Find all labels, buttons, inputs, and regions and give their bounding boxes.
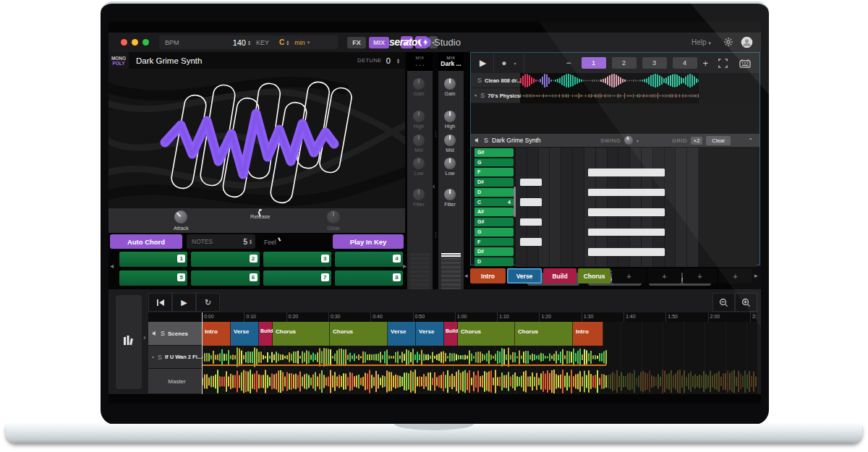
tabs-next-arrow[interactable]: ▸ — [754, 272, 758, 279]
bpm-control[interactable]: BPM 140 ▴▾ — [159, 35, 256, 49]
clip-waveform[interactable] — [520, 73, 699, 88]
solo-button[interactable]: S — [480, 92, 485, 99]
play-in-key-button[interactable]: Play In Key — [333, 234, 404, 249]
pad-6[interactable]: 6 — [191, 270, 259, 286]
collapse-pattern-chevron[interactable]: ⌃ — [748, 137, 753, 144]
midi-note[interactable] — [588, 169, 665, 176]
drum-machine-icon[interactable] — [739, 59, 751, 68]
glide-knob[interactable]: Glide — [327, 210, 340, 231]
notes-control[interactable]: NOTES 5 ▴▾ — [187, 234, 255, 249]
piano-key-Gs[interactable]: G# — [475, 218, 514, 226]
mute-speaker-icon[interactable] — [475, 93, 477, 98]
mixer-knob-low[interactable]: Low — [413, 158, 425, 176]
piano-key-D[interactable]: D — [475, 257, 514, 266]
mixer-knob-filter[interactable]: Filter — [444, 189, 456, 207]
playhead[interactable] — [202, 312, 203, 394]
piano-roll-scrollbar[interactable] — [514, 187, 516, 217]
pad-4[interactable]: 4 — [335, 252, 403, 267]
midi-note[interactable] — [520, 218, 542, 226]
piano-key-Ds[interactable]: D# — [475, 247, 514, 256]
key-stepper[interactable]: ▴▾ — [286, 40, 289, 46]
scene-tab-add[interactable]: + — [718, 268, 752, 283]
scene-tab-add[interactable]: + — [683, 268, 717, 283]
scene-clip-chorus[interactable]: Chorus — [515, 322, 573, 346]
swing-caret[interactable]: ▾ — [637, 138, 639, 143]
zoom-in-button[interactable] — [735, 293, 757, 312]
tabs-prev-arrow[interactable]: ◂ — [464, 272, 468, 279]
mixer-knob-low[interactable]: Low — [444, 158, 456, 176]
clip-waveform[interactable] — [520, 88, 699, 103]
attack-knob[interactable]: Attack — [174, 210, 189, 231]
midi-note[interactable] — [520, 198, 542, 206]
scene-clip-verse[interactable]: Verse — [416, 322, 444, 346]
pad-5[interactable]: 5 — [119, 270, 187, 286]
library-sidebar[interactable] — [116, 295, 142, 389]
solo-button[interactable]: S — [161, 330, 165, 337]
fx-button[interactable]: FX — [347, 37, 366, 48]
auto-chord-button[interactable]: Auto Chord — [110, 234, 182, 249]
scene-tab-Intro[interactable]: Intro — [470, 268, 506, 283]
play-button[interactable]: ▶ — [172, 293, 196, 312]
notes-stepper[interactable]: ▴▾ — [250, 239, 252, 244]
scene-clip-verse[interactable]: Verse — [231, 322, 259, 346]
mute-speaker-icon[interactable] — [475, 137, 480, 143]
pad-3[interactable]: 3 — [263, 252, 331, 267]
solo-button[interactable]: S — [158, 354, 162, 361]
bpm-value[interactable]: 140 — [233, 38, 246, 47]
master-lane[interactable] — [202, 369, 757, 394]
scenes-lane[interactable]: IntroVerseBuildChorusChorusVerseVerseBui… — [202, 322, 757, 346]
loop-button[interactable]: ↻ — [196, 293, 220, 312]
solo-button[interactable]: S — [484, 137, 488, 144]
mono-poly-toggle[interactable]: MONO POLY — [109, 52, 129, 69]
bar-button-3[interactable]: 3 — [642, 57, 667, 69]
scene-clip-verse[interactable]: Verse — [388, 322, 416, 346]
midi-note[interactable] — [520, 179, 542, 187]
piano-key-D[interactable]: D — [475, 188, 514, 197]
mixer-knob-mid[interactable]: Mid — [444, 135, 456, 153]
midi-note[interactable] — [520, 238, 542, 246]
piano-key-Ds[interactable]: D# — [475, 178, 514, 187]
scene-tab-Chorus[interactable]: Chorus — [578, 268, 610, 283]
key-control[interactable]: KEY C ▴▾ min ▾ — [250, 35, 338, 49]
fullscreen-icon[interactable] — [718, 59, 728, 68]
detune-value[interactable]: 0 — [386, 56, 391, 65]
mute-speaker-icon[interactable] — [152, 354, 155, 360]
skip-to-start-button[interactable] — [148, 293, 172, 312]
automation-line[interactable] — [202, 364, 606, 366]
midi-note[interactable] — [588, 208, 665, 216]
release-knob[interactable]: Release — [250, 209, 271, 220]
key-value[interactable]: C — [279, 38, 284, 46]
bar-button-4[interactable]: 4 — [673, 57, 697, 69]
pattern-play-button[interactable]: ▶ — [480, 58, 486, 68]
scene-clip-chorus[interactable]: Chorus — [330, 322, 388, 346]
piano-key-F[interactable]: F — [475, 238, 514, 247]
mixer-knob-high[interactable]: High — [413, 111, 425, 129]
mixer-knob-mid[interactable]: Mid — [413, 135, 425, 153]
swing-knob[interactable] — [624, 136, 633, 145]
add-bar-button[interactable]: + — [703, 58, 709, 69]
mixer-knob-high[interactable]: High — [444, 111, 456, 129]
solo-button[interactable]: S — [477, 77, 482, 84]
timeline-track-audio[interactable]: S If U Wan 2 Fi... — [148, 346, 202, 369]
mono-option[interactable]: MONO — [111, 56, 126, 61]
pad-1[interactable]: 1 — [119, 252, 187, 267]
mixer-knob-gain[interactable]: Gain — [413, 78, 425, 96]
piano-key-As[interactable]: A# — [475, 208, 514, 216]
scene-clip-build[interactable]: Build — [259, 322, 273, 346]
pad-7[interactable]: 7 — [263, 270, 331, 286]
clear-button[interactable]: Clear — [706, 136, 731, 145]
piano-key-G[interactable]: G — [475, 228, 514, 236]
piano-roll-grid[interactable] — [516, 148, 699, 267]
midi-note[interactable] — [588, 229, 665, 236]
piano-key-G[interactable]: G — [475, 158, 514, 167]
midi-note[interactable] — [588, 189, 665, 197]
midi-note[interactable] — [588, 248, 665, 256]
help-menu[interactable]: Help ▾ — [692, 38, 711, 46]
audio-lane[interactable] — [202, 346, 757, 369]
notes-value[interactable]: 5 — [243, 238, 247, 246]
scene-clip-chorus[interactable]: Chorus — [458, 322, 515, 346]
mixer-knob-gain[interactable]: Gain — [444, 78, 456, 96]
library-expand-chevron[interactable]: › — [143, 333, 146, 341]
collapse-mixer-arrow[interactable]: ‹ — [433, 182, 435, 190]
piano-key-Gs[interactable]: G# — [475, 148, 514, 157]
